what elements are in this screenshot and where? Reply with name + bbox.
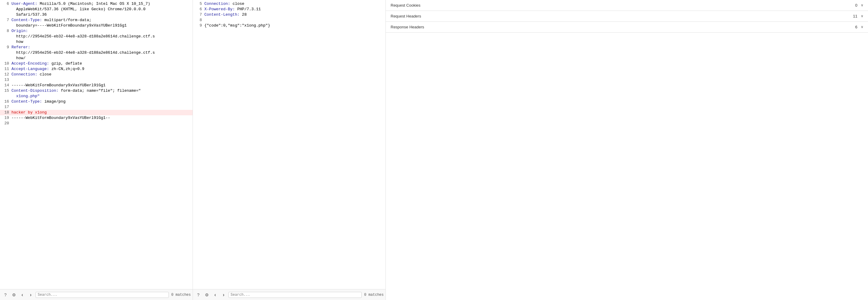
code-line: 14------WebKitFormBoundary9xVasYUBerl91G… bbox=[0, 83, 193, 88]
line-content: Content-Type: image/png bbox=[11, 99, 190, 104]
middle-search-input[interactable] bbox=[228, 292, 362, 298]
line-number: 14 bbox=[2, 83, 9, 88]
code-line: 18hacker by x1ong bbox=[0, 110, 193, 115]
line-content: Safari/537.36 bbox=[11, 12, 190, 18]
accordion-header[interactable]: Request Headers11∨ bbox=[386, 11, 868, 22]
line-content: Content-Disposition: form-data; name="fi… bbox=[11, 88, 190, 93]
arrow-right-icon-mid: › bbox=[223, 292, 224, 298]
arrow-left-icon: ‹ bbox=[22, 292, 23, 298]
line-content: http://2954e256-eb32-44e8-a328-d188a2e86… bbox=[11, 34, 190, 39]
code-line: 6User-Agent: Mozilla/5.0 (Macintosh; Int… bbox=[0, 1, 193, 7]
middle-question-btn[interactable]: ? bbox=[195, 291, 202, 299]
line-number: 9 bbox=[2, 45, 9, 50]
accordion-count: 6 bbox=[855, 25, 858, 29]
line-content: User-Agent: Mozilla/5.0 (Macintosh; Inte… bbox=[11, 1, 190, 7]
code-line: 7Content-Type: multipart/form-data; bbox=[0, 18, 193, 23]
line-content: Origin: bbox=[11, 28, 190, 34]
code-line: 7Content-Length: 28 bbox=[193, 12, 385, 18]
accordion-header[interactable]: Request Cookies0∨ bbox=[386, 0, 868, 10]
right-panel: Request Cookies0∨Request Headers11∨Respo… bbox=[386, 0, 868, 300]
line-number: 5 bbox=[195, 1, 202, 7]
code-line: 19------WebKitFormBoundary9xVasYUBerl91G… bbox=[0, 115, 193, 121]
middle-prev-btn[interactable]: ‹ bbox=[212, 291, 219, 299]
code-line: 5Connection: close bbox=[193, 1, 385, 7]
code-line: 12Connection: close bbox=[0, 72, 193, 77]
line-number: 13 bbox=[2, 77, 9, 83]
code-line: 10Accept-Encoding: gzip, deflate bbox=[0, 61, 193, 66]
left-code-area: 6User-Agent: Mozilla/5.0 (Macintosh; Int… bbox=[0, 0, 193, 289]
line-number: 8 bbox=[2, 28, 9, 34]
code-line: x1ong.php" bbox=[0, 93, 193, 99]
accordion-right: 6∨ bbox=[855, 25, 863, 29]
line-number: 7 bbox=[195, 12, 202, 18]
code-line: 17 bbox=[0, 104, 193, 110]
left-search-matches: 0 matches bbox=[171, 293, 191, 297]
line-content: http://2954e256-eb32-44e8-a328-d188a2e86… bbox=[11, 50, 190, 56]
chevron-down-icon: ∨ bbox=[861, 3, 863, 7]
line-number: 20 bbox=[2, 121, 9, 126]
line-content: Referer: bbox=[11, 45, 190, 50]
accordion-container: Request Cookies0∨Request Headers11∨Respo… bbox=[386, 0, 868, 33]
line-content: {"code":0,"msg":"x1ong.php"} bbox=[204, 23, 383, 28]
left-panel: 6User-Agent: Mozilla/5.0 (Macintosh; Int… bbox=[0, 0, 193, 300]
accordion-right: 11∨ bbox=[853, 14, 863, 19]
line-number: 17 bbox=[2, 104, 9, 110]
line-number: 6 bbox=[2, 1, 9, 7]
code-line: how bbox=[0, 39, 193, 45]
left-gear-btn[interactable]: ⚙ bbox=[10, 291, 18, 299]
line-number: 8 bbox=[195, 18, 202, 23]
line-content: how/ bbox=[11, 56, 190, 61]
line-content: Connection: close bbox=[204, 1, 383, 7]
accordion-title: Request Cookies bbox=[391, 3, 421, 7]
code-line: http://2954e256-eb32-44e8-a328-d188a2e86… bbox=[0, 34, 193, 39]
line-number: 10 bbox=[2, 61, 9, 66]
middle-search-bar: ? ⚙ ‹ › 0 matches bbox=[193, 289, 385, 300]
line-number: 15 bbox=[2, 88, 9, 93]
line-content: X-Powered-By: PHP/7.3.11 bbox=[204, 7, 383, 12]
line-content: AppleWebKit/537.36 (KHTML, like Gecko) C… bbox=[11, 7, 190, 12]
line-number: 16 bbox=[2, 99, 9, 104]
code-line: 16Content-Type: image/png bbox=[0, 99, 193, 104]
left-next-btn[interactable]: › bbox=[27, 291, 34, 299]
line-number: 9 bbox=[195, 23, 202, 28]
line-content: Accept-Encoding: gzip, deflate bbox=[11, 61, 190, 66]
left-prev-btn[interactable]: ‹ bbox=[19, 291, 26, 299]
middle-panel: 5Connection: close6X-Powered-By: PHP/7.3… bbox=[193, 0, 386, 300]
code-line: 9{"code":0,"msg":"x1ong.php"} bbox=[193, 23, 385, 28]
accordion-title: Response Headers bbox=[391, 25, 424, 29]
line-content: Connection: close bbox=[11, 72, 190, 77]
line-number: 19 bbox=[2, 115, 9, 121]
code-line: how/ bbox=[0, 56, 193, 61]
accordion-count: 11 bbox=[853, 14, 857, 19]
middle-code-area: 5Connection: close6X-Powered-By: PHP/7.3… bbox=[193, 0, 385, 289]
code-line: 6X-Powered-By: PHP/7.3.11 bbox=[193, 7, 385, 12]
line-content: ------WebKitFormBoundary9xVasYUBerl91Gg1 bbox=[11, 83, 190, 88]
code-line: AppleWebKit/537.36 (KHTML, like Gecko) C… bbox=[0, 7, 193, 12]
code-line: boundary=----WebKitFormBoundary9xVasYUBe… bbox=[0, 23, 193, 28]
accordion-header[interactable]: Response Headers6∨ bbox=[386, 22, 868, 32]
left-question-btn[interactable]: ? bbox=[2, 291, 9, 299]
line-number: 6 bbox=[195, 7, 202, 12]
line-content: Content-Type: multipart/form-data; bbox=[11, 18, 190, 23]
code-line: http://2954e256-eb32-44e8-a328-d188a2e86… bbox=[0, 50, 193, 56]
code-line: 15Content-Disposition: form-data; name="… bbox=[0, 88, 193, 93]
line-number: 18 bbox=[2, 110, 9, 115]
chevron-down-icon: ∨ bbox=[861, 25, 863, 29]
middle-search-matches: 0 matches bbox=[364, 293, 384, 297]
question-icon-mid: ? bbox=[197, 293, 199, 297]
middle-next-btn[interactable]: › bbox=[220, 291, 227, 299]
arrow-left-icon-mid: ‹ bbox=[214, 292, 216, 298]
question-icon: ? bbox=[4, 293, 7, 297]
main-container: 6User-Agent: Mozilla/5.0 (Macintosh; Int… bbox=[0, 0, 868, 300]
line-content: boundary=----WebKitFormBoundary9xVasYUBe… bbox=[11, 23, 190, 28]
left-search-input[interactable] bbox=[36, 292, 169, 298]
middle-gear-btn[interactable]: ⚙ bbox=[203, 291, 210, 299]
code-line: 8 bbox=[193, 18, 385, 23]
line-content: Content-Length: 28 bbox=[204, 12, 383, 18]
chevron-down-icon: ∨ bbox=[861, 14, 863, 19]
line-number: 7 bbox=[2, 18, 9, 23]
line-content: hacker by x1ong bbox=[11, 110, 190, 115]
accordion-item: Request Cookies0∨ bbox=[386, 0, 868, 11]
left-search-bar: ? ⚙ ‹ › 0 matches bbox=[0, 289, 193, 300]
code-line: 20 bbox=[0, 121, 193, 126]
